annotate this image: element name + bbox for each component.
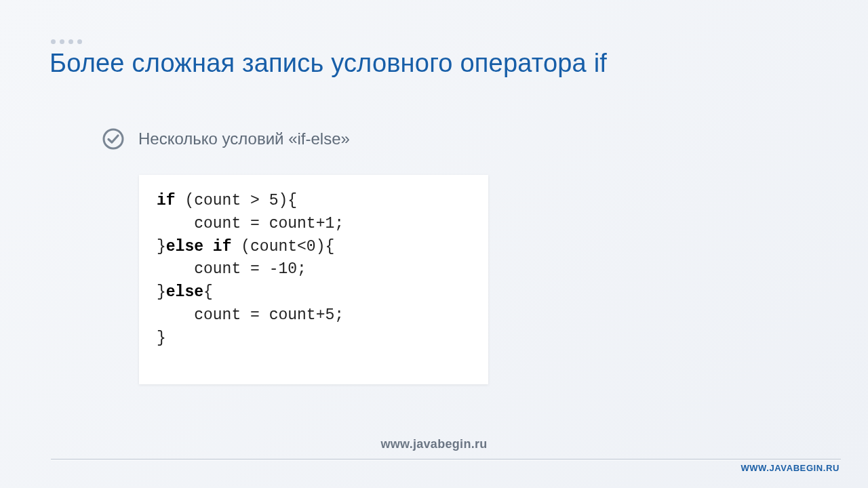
decorative-dots (51, 39, 82, 44)
check-circle-icon (102, 127, 125, 150)
page-title: Более сложная запись условного оператора… (50, 49, 607, 78)
keyword-else: else (166, 283, 203, 301)
keyword-else-if: else if (166, 238, 232, 256)
footer-url-center: www.javabegin.ru (0, 437, 868, 451)
footer-divider (51, 459, 841, 460)
keyword-if: if (157, 192, 176, 209)
footer-url-right: WWW.JAVABEGIN.RU (741, 463, 840, 473)
code-snippet: if (count > 5){ count = count+1; }else i… (139, 175, 488, 384)
code-content: if (count > 5){ count = count+1; }else i… (157, 190, 471, 350)
section-heading: Несколько условий «if-else» (138, 129, 350, 148)
section-row: Несколько условий «if-else» (102, 127, 350, 150)
svg-point-0 (104, 129, 123, 148)
